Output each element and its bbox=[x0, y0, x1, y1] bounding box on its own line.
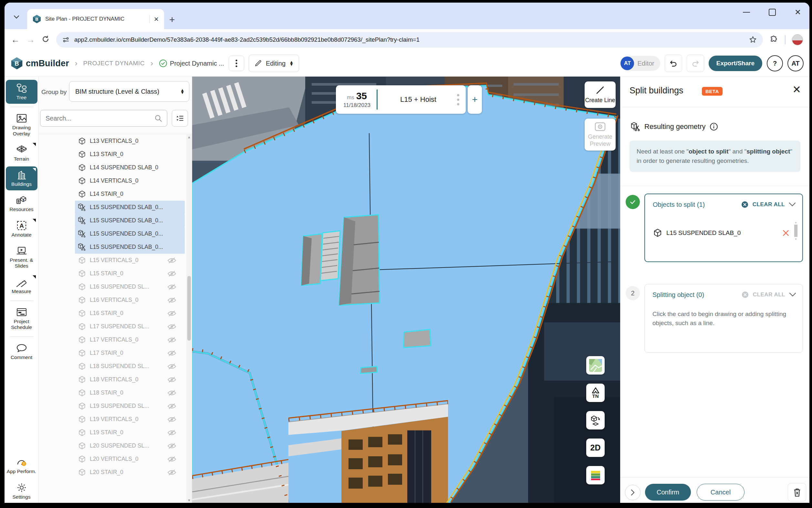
visibility-off-icon[interactable] bbox=[167, 416, 176, 423]
2d-mode-button[interactable]: 2D bbox=[586, 438, 605, 457]
rail-item-drawing-overlay[interactable]: Drawing Overlay bbox=[6, 110, 38, 140]
rail-item-measure[interactable]: Measure bbox=[6, 274, 38, 298]
viewport-canvas[interactable]: ms35 11/18/2023 L15 + Hoist + Create Lin… bbox=[192, 77, 620, 503]
clear-all-icon[interactable] bbox=[741, 201, 749, 208]
scroll-up-icon[interactable]: ▲ bbox=[187, 135, 191, 139]
tree-row[interactable]: L20 STAIR_0 bbox=[75, 466, 185, 479]
breadcrumb-project[interactable]: PROJECT DYNAMIC bbox=[83, 60, 145, 67]
browser-profile-avatar[interactable] bbox=[792, 34, 803, 45]
breadcrumb-page[interactable]: Project Dynamic ... bbox=[159, 59, 224, 68]
visibility-off-icon[interactable] bbox=[167, 310, 176, 317]
mode-select[interactable]: Editing ▲▼ bbox=[249, 55, 299, 72]
scrollbar-thumb[interactable] bbox=[187, 276, 191, 341]
visibility-off-icon[interactable] bbox=[167, 403, 176, 410]
clear-all-button[interactable]: CLEAR ALL bbox=[753, 201, 785, 208]
rail-item-present-slides[interactable]: Present. & Slides bbox=[6, 242, 38, 272]
tree-row[interactable]: L15 VERTICALS_0 bbox=[75, 254, 185, 267]
tree-row[interactable]: L13 STAIR_0 bbox=[75, 148, 185, 161]
tab-close-icon[interactable]: ✕ bbox=[154, 15, 159, 23]
visibility-off-icon[interactable] bbox=[167, 456, 176, 463]
tree-row[interactable]: L15 SUSPENDED SLAB_0... bbox=[75, 227, 185, 241]
site-settings-icon[interactable] bbox=[62, 36, 70, 44]
new-tab-button[interactable]: + bbox=[169, 15, 175, 25]
search-box[interactable] bbox=[40, 110, 167, 127]
tree-row[interactable]: L18 STAIR_0 bbox=[75, 386, 185, 399]
chevron-down-icon[interactable] bbox=[789, 292, 796, 297]
visibility-off-icon[interactable] bbox=[167, 442, 176, 450]
search-input[interactable] bbox=[45, 114, 154, 123]
redo-button[interactable] bbox=[687, 55, 704, 72]
extensions-puzzle-icon[interactable] bbox=[769, 35, 778, 44]
rail-item-terrain[interactable]: Terrain bbox=[6, 141, 38, 165]
tree-row[interactable]: L15 SUSPENDED SLAB_0... bbox=[75, 241, 185, 254]
tree-row[interactable]: L16 STAIR_0 bbox=[75, 307, 185, 320]
tree-row[interactable]: L16 SUSPENDED SL... bbox=[75, 280, 185, 293]
tab-search-button[interactable] bbox=[10, 10, 23, 24]
rail-item-annotate[interactable]: AAnnotate bbox=[6, 217, 38, 241]
tree-row[interactable]: L20 SUSPENDED SL... bbox=[75, 439, 185, 453]
tree-row[interactable]: L15 SUSPENDED SLAB_0... bbox=[75, 214, 185, 227]
tree-row[interactable]: L17 SUSPENDED SL... bbox=[75, 320, 185, 333]
tree-row[interactable]: L14 SUSPENDED SLAB_0 bbox=[75, 161, 185, 174]
collapse-panel-button[interactable] bbox=[625, 485, 640, 500]
group-by-select[interactable]: BIM structure (Level & Class) ▲▼ bbox=[69, 81, 189, 102]
scroll-down-icon[interactable]: ▼ bbox=[187, 499, 191, 502]
page-menu-button[interactable] bbox=[229, 55, 244, 71]
visibility-off-icon[interactable] bbox=[167, 429, 176, 436]
back-icon[interactable]: ← bbox=[11, 36, 20, 44]
tree-row[interactable]: L19 STAIR_0 bbox=[75, 426, 185, 439]
tree-row[interactable]: L19 SUSPENDED SL... bbox=[75, 399, 185, 413]
cmbuilder-logo[interactable]: B cmBuilder bbox=[10, 57, 69, 70]
visibility-off-icon[interactable] bbox=[167, 270, 176, 277]
window-maximize-button[interactable] bbox=[769, 9, 776, 16]
tree-row[interactable]: L19 VERTICALS_0 bbox=[75, 413, 185, 426]
rail-item-settings[interactable]: Settings bbox=[6, 479, 38, 503]
help-button[interactable]: ? bbox=[767, 55, 783, 72]
export-share-button[interactable]: Export/Share bbox=[709, 55, 762, 71]
bookmark-star-icon[interactable] bbox=[749, 36, 757, 44]
tree-row[interactable]: L13 VERTICALS_0 bbox=[75, 134, 185, 148]
add-milestone-button[interactable]: + bbox=[468, 85, 482, 114]
user-avatar[interactable]: AT bbox=[787, 55, 804, 72]
tree-scrollbar[interactable]: ▲ ▼ bbox=[186, 134, 192, 503]
orbit-mode-button[interactable] bbox=[586, 411, 605, 429]
window-close-button[interactable]: ✕ bbox=[795, 8, 801, 16]
visibility-off-icon[interactable] bbox=[167, 297, 176, 304]
true-north-button[interactable]: TN bbox=[586, 384, 605, 402]
tree-row[interactable]: L15 STAIR_0 bbox=[75, 267, 185, 280]
tree-row[interactable]: L18 SUSPENDED SL... bbox=[75, 360, 185, 373]
tree-row[interactable]: L16 VERTICALS_0 bbox=[75, 293, 185, 307]
confirm-button[interactable]: Confirm bbox=[645, 484, 691, 501]
cancel-button[interactable]: Cancel bbox=[697, 484, 745, 501]
visibility-off-icon[interactable] bbox=[167, 469, 176, 476]
tree-row[interactable]: L18 VERTICALS_0 bbox=[75, 373, 185, 386]
split-object-row[interactable]: L15 SUSPENDED SLAB_0 ▲▼ bbox=[645, 208, 802, 245]
tree-row[interactable]: L17 VERTICALS_0 bbox=[75, 333, 185, 346]
splitting-object-card[interactable]: Splitting object (0) CLEAR ALL Click the… bbox=[644, 284, 803, 352]
visibility-off-icon[interactable] bbox=[167, 323, 176, 330]
card-scrollbar[interactable]: ▲▼ bbox=[794, 221, 798, 245]
info-icon[interactable] bbox=[710, 123, 718, 131]
undo-button[interactable] bbox=[665, 55, 682, 72]
forward-icon[interactable]: → bbox=[26, 36, 35, 44]
chevron-down-icon[interactable] bbox=[789, 202, 796, 207]
visibility-off-icon[interactable] bbox=[167, 363, 176, 370]
visibility-off-icon[interactable] bbox=[167, 336, 176, 343]
basemap-toggle-button[interactable] bbox=[586, 356, 605, 375]
delete-button[interactable] bbox=[788, 483, 806, 502]
visibility-off-icon[interactable] bbox=[167, 350, 176, 357]
browser-tab[interactable]: B Site Plan - PROJECT DYNAMIC ✕ bbox=[27, 9, 164, 29]
tree-row[interactable]: L14 STAIR_0 bbox=[75, 187, 185, 201]
timeline-milestone-bar[interactable]: ms35 11/18/2023 L15 + Hoist bbox=[336, 85, 466, 114]
tree-row[interactable]: L14 VERTICALS_0 bbox=[75, 174, 185, 187]
objects-to-split-card[interactable]: Objects to split (1) CLEAR ALL L15 SUSPE… bbox=[644, 194, 803, 262]
rail-item-buildings[interactable]: Buildings bbox=[6, 166, 38, 190]
window-minimize-button[interactable] bbox=[743, 12, 750, 13]
layer-colors-button[interactable] bbox=[586, 466, 605, 484]
rail-item-project-schedule[interactable]: Project Schedule bbox=[6, 304, 38, 334]
visibility-off-icon[interactable] bbox=[167, 389, 176, 396]
milestone-menu-icon[interactable] bbox=[457, 94, 459, 105]
panel-close-icon[interactable]: ✕ bbox=[792, 84, 801, 95]
rail-item-resources[interactable]: aResources bbox=[6, 192, 38, 216]
tree-row[interactable]: L20 VERTICALS_0 bbox=[75, 453, 185, 466]
